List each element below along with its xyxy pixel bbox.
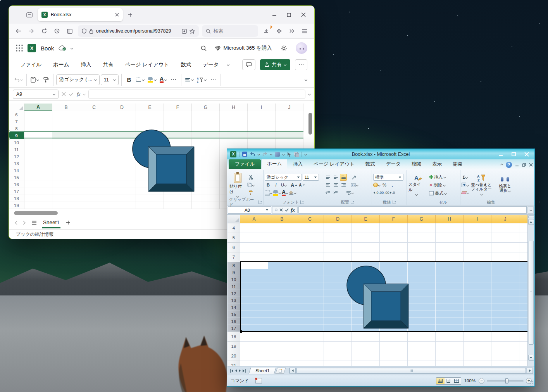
maximize-icon[interactable]	[287, 13, 291, 17]
cell-B4[interactable]	[268, 223, 296, 233]
ribbon-tab-ページ レイアウト[interactable]: ページ レイアウト	[308, 159, 360, 169]
cell-D10[interactable]	[324, 276, 352, 283]
cell-B6[interactable]	[268, 243, 296, 252]
cell-J7[interactable]	[491, 252, 519, 262]
cell-A11[interactable]	[240, 283, 268, 290]
workbook-restore-icon[interactable]	[522, 163, 526, 167]
cell-G8[interactable]	[408, 262, 436, 269]
cell-I11[interactable]	[464, 283, 491, 290]
cell-E13[interactable]	[136, 160, 164, 167]
cell-E19[interactable]	[136, 202, 164, 209]
name-box[interactable]: A9	[13, 90, 59, 99]
cell-partial-9[interactable]	[519, 269, 528, 276]
cell-G18[interactable]	[408, 332, 436, 342]
row-header-15[interactable]: 15	[227, 311, 240, 318]
cell-A18[interactable]	[24, 195, 52, 202]
align-right-button[interactable]	[340, 181, 347, 188]
row-header-19[interactable]: 19	[9, 202, 24, 209]
dialog-launcher-icon[interactable]	[393, 200, 396, 204]
online-menu-item[interactable]: 挿入	[76, 59, 95, 71]
cell-J10[interactable]	[491, 276, 519, 283]
row-header-10[interactable]: 10	[227, 276, 240, 283]
cell-I18[interactable]	[464, 332, 491, 342]
cell-E9[interactable]	[352, 269, 380, 276]
row-header-10[interactable]: 10	[9, 139, 24, 146]
zoom-out-icon[interactable]: −	[479, 378, 484, 384]
cell-F18[interactable]	[380, 332, 408, 342]
cell-C11[interactable]	[296, 283, 324, 290]
cell-C4[interactable]	[296, 223, 324, 233]
row-header-4[interactable]: 4	[227, 223, 240, 233]
cell-E7[interactable]	[136, 118, 164, 125]
cell-F12[interactable]	[164, 153, 192, 160]
cell-H9[interactable]	[220, 132, 248, 139]
cell-C14[interactable]	[80, 167, 108, 174]
scrollbar-thumb[interactable]	[529, 241, 534, 345]
cell-A13[interactable]	[240, 297, 268, 304]
cell-D10[interactable]	[108, 139, 136, 146]
cell-F5[interactable]	[380, 233, 408, 243]
cell-I10[interactable]	[248, 139, 276, 146]
cell-B12[interactable]	[268, 290, 296, 297]
cell-A8[interactable]	[24, 125, 52, 132]
cell-J4[interactable]	[491, 223, 519, 233]
cell-C10[interactable]	[80, 139, 108, 146]
cell-H6[interactable]	[436, 243, 464, 252]
cell-A17[interactable]	[240, 325, 268, 332]
more-options-button[interactable]	[295, 59, 307, 70]
cell-I13[interactable]	[464, 297, 491, 304]
cell-H8[interactable]	[220, 125, 248, 132]
cell-C9[interactable]	[296, 269, 324, 276]
cell-D16[interactable]	[108, 181, 136, 188]
cell-F11[interactable]	[380, 283, 408, 290]
alignment-button[interactable]	[184, 74, 195, 85]
cell-I15[interactable]	[464, 311, 491, 318]
cell-I5[interactable]	[464, 233, 491, 243]
cell-G13[interactable]	[408, 297, 436, 304]
cell-F4[interactable]	[380, 223, 408, 233]
cell-B7[interactable]	[52, 118, 80, 125]
cell-F17[interactable]	[164, 188, 192, 195]
cell-G15[interactable]	[192, 174, 220, 181]
cell-B20[interactable]	[268, 351, 296, 361]
cell-I19[interactable]	[464, 342, 491, 351]
find-select-button[interactable]: 検索と選択	[494, 177, 516, 193]
cell-E14[interactable]	[352, 304, 380, 311]
cell-E8[interactable]	[136, 125, 164, 132]
insert-function-icon[interactable]: fx	[77, 91, 80, 97]
normal-view-icon[interactable]	[436, 378, 445, 384]
cell-E21[interactable]	[352, 361, 380, 366]
workbook-stats[interactable]: ブックの統計情報	[16, 231, 53, 238]
cell-partial-14[interactable]	[519, 304, 528, 311]
row-header-18[interactable]: 18	[227, 332, 240, 342]
cell-G17[interactable]	[192, 188, 220, 195]
cell-G11[interactable]	[192, 146, 220, 153]
cell-C13[interactable]	[296, 297, 324, 304]
column-header-J[interactable]: J	[491, 215, 519, 223]
cell-partial-7[interactable]	[519, 252, 528, 262]
cell-G10[interactable]	[408, 276, 436, 283]
cell-B7[interactable]	[268, 252, 296, 262]
sort-filter-button[interactable]: AZ 並べ替えとフィルター	[470, 174, 493, 197]
ribbon-tab-数式[interactable]: 数式	[360, 159, 380, 169]
first-sheet-icon[interactable]	[230, 369, 234, 373]
cell-I6[interactable]	[248, 111, 276, 118]
underline-button[interactable]: U	[280, 181, 287, 188]
cell-partial-17[interactable]	[519, 325, 528, 332]
excel-horizontal-scrollbar[interactable]	[289, 368, 533, 374]
online-menu-item[interactable]: 数式	[176, 59, 195, 71]
cell-A16[interactable]	[240, 318, 268, 325]
close-icon[interactable]	[524, 152, 529, 157]
cell-E16[interactable]	[136, 181, 164, 188]
cell-C8[interactable]	[80, 125, 108, 132]
cell-E12[interactable]	[352, 290, 380, 297]
cell-B12[interactable]	[52, 153, 80, 160]
select-all-corner[interactable]	[9, 104, 24, 111]
cell-D13[interactable]	[324, 297, 352, 304]
cell-A14[interactable]	[240, 304, 268, 311]
resize-grip[interactable]	[529, 381, 534, 385]
shield-icon[interactable]	[82, 28, 86, 34]
borders-button[interactable]	[265, 189, 272, 196]
cell-D17[interactable]	[108, 188, 136, 195]
row-header-14[interactable]: 14	[227, 304, 240, 311]
